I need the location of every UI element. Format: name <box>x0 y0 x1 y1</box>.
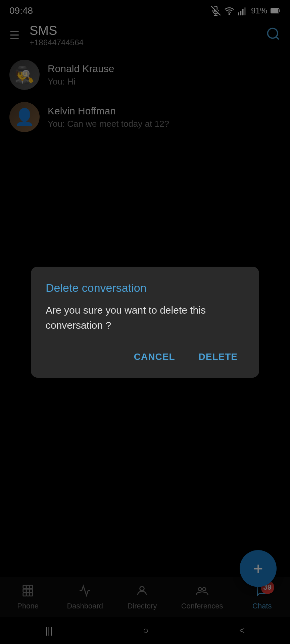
dialog-message: Are you sure you want to delete this con… <box>46 303 244 333</box>
delete-conversation-dialog: Delete conversation Are you sure you wan… <box>31 267 259 378</box>
dialog-title: Delete conversation <box>46 281 244 294</box>
dialog-overlay: Delete conversation Are you sure you wan… <box>0 0 290 644</box>
delete-button[interactable]: DELETE <box>192 346 244 368</box>
cancel-button[interactable]: CANCEL <box>127 346 182 368</box>
dialog-actions: CANCEL DELETE <box>46 346 244 368</box>
